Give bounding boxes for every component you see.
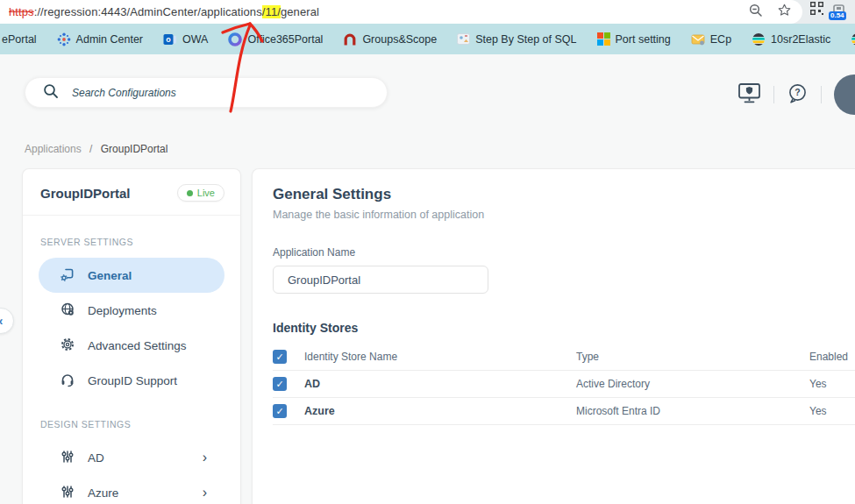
bookmark-label: ePortal — [2, 33, 37, 46]
bookmark-item[interactable]: Step By Step of SQL — [457, 32, 576, 46]
qr-code-icon[interactable] — [810, 2, 823, 18]
sidebar-item-advanced-settings[interactable]: Advanced Settings — [39, 328, 224, 363]
bookmark-item[interactable]: Port setting — [597, 32, 671, 46]
bookmark-item[interactable]: Elastic search — [851, 32, 855, 46]
bookmark-item[interactable]: Admin Center — [57, 32, 143, 46]
general-settings-icon — [60, 266, 75, 285]
search-input[interactable] — [70, 77, 387, 108]
identity-store-enabled: Yes — [809, 405, 855, 417]
sql-steps-icon — [457, 32, 470, 46]
sidebar-item-label: Deployments — [88, 304, 157, 317]
table-row: ✓ AD Active Directory Yes — [273, 371, 855, 398]
sliders-icon — [60, 449, 75, 467]
sidebar-item-label: GroupID Support — [88, 374, 177, 387]
status-badge: Live — [177, 184, 224, 202]
remote-desktop-icon[interactable] — [737, 82, 761, 108]
status-dot — [187, 190, 193, 196]
bookmark-item[interactable]: Office365Portal — [228, 32, 323, 46]
sidebar-header: GroupIDPortal Live — [23, 169, 240, 216]
sidebar-item-deployments[interactable]: Deployments — [39, 293, 224, 328]
table-row: ✓ Azure Microsoft Entra ID Yes — [273, 398, 855, 425]
column-header-enabled: Enabled — [809, 351, 855, 363]
row-checkbox[interactable]: ✓ — [273, 404, 287, 418]
outlook-icon: o — [163, 32, 177, 46]
svg-text:?: ? — [794, 87, 800, 97]
page-title: General Settings — [273, 186, 855, 203]
extension-icon[interactable]: 0.54 — [832, 2, 848, 23]
address-bar[interactable]: https://regression:4443/AdminCenter/appl… — [0, 0, 802, 24]
bookmark-label: Step By Step of SQL — [475, 33, 576, 46]
bookmark-item[interactable]: o OWA — [163, 32, 208, 46]
sidebar-item-ad-design[interactable]: AD › — [39, 440, 224, 475]
search-bar[interactable] — [25, 77, 388, 108]
server-settings-section-label: SERVER SETTINGS — [40, 237, 240, 247]
sidebar-item-azure-design[interactable]: Azure › — [39, 475, 224, 504]
design-settings-section-label: DESIGN SETTINGS — [40, 419, 240, 429]
help-icon[interactable]: ? — [787, 82, 809, 108]
identity-stores-table: ✓ Identity Store Name Type Enabled ✓ AD … — [273, 344, 855, 425]
url-highlighted-segment: /11/ — [262, 5, 281, 18]
sidebar-item-label: Azure — [88, 486, 118, 500]
bookmarks-bar: ePortal Admin Center o OWA Office365Port… — [0, 24, 855, 54]
sidebar-item-general[interactable]: General — [39, 258, 224, 293]
header-actions: ? — [737, 77, 855, 112]
admin-center-icon — [57, 32, 71, 46]
user-avatar[interactable] — [834, 75, 855, 115]
bookmark-label: OWA — [182, 33, 208, 46]
elastic-icon — [752, 32, 766, 46]
url-main: ://regression:4443/AdminCenter/applicati… — [34, 5, 262, 18]
application-name: GroupIDPortal — [40, 186, 131, 201]
bookmark-star-icon[interactable] — [777, 3, 792, 21]
bookmark-item[interactable]: ECp — [691, 32, 731, 46]
bookmark-label: Admin Center — [76, 33, 143, 46]
groups-scope-icon — [343, 32, 357, 46]
bookmark-label: Port setting — [616, 33, 671, 46]
identity-store-enabled: Yes — [809, 378, 855, 390]
bookmark-item[interactable]: 10sr2Elastic — [752, 32, 830, 46]
divider — [773, 86, 774, 103]
status-label: Live — [197, 188, 215, 198]
sliders-icon — [60, 484, 75, 502]
bookmark-label: Office365Portal — [247, 33, 323, 46]
url-scheme: https — [9, 5, 34, 18]
chevron-right-icon[interactable]: › — [203, 485, 207, 500]
identity-store-type: Microsoft Entra ID — [576, 405, 809, 417]
url-text: https://regression:4443/AdminCenter/appl… — [9, 5, 319, 18]
breadcrumb: Applications / GroupIDPortal — [25, 143, 167, 155]
identity-store-name: AD — [304, 378, 576, 390]
mail-icon — [691, 32, 705, 46]
sidebar-item-label: AD — [88, 451, 104, 465]
divider — [821, 86, 822, 103]
zoom-out-icon[interactable] — [749, 4, 763, 21]
select-all-checkbox[interactable]: ✓ — [273, 350, 287, 364]
application-sidebar: GroupIDPortal Live SERVER SETTINGS Gener… — [22, 168, 241, 504]
browser-toolbar: https://regression:4443/AdminCenter/appl… — [0, 0, 855, 24]
breadcrumb-applications[interactable]: Applications — [25, 143, 82, 155]
headset-icon — [60, 372, 75, 390]
bookmark-label: 10sr2Elastic — [771, 33, 830, 46]
bookmark-label: Groups&Scope — [362, 33, 437, 46]
column-header-type: Type — [576, 351, 809, 363]
bookmark-item[interactable]: ePortal — [2, 33, 37, 46]
row-checkbox[interactable]: ✓ — [273, 377, 287, 391]
browser-window: https://regression:4443/AdminCenter/appl… — [0, 0, 855, 504]
breadcrumb-separator: / — [89, 143, 92, 155]
application-name-input[interactable] — [273, 266, 488, 294]
bookmark-item[interactable]: Groups&Scope — [343, 32, 437, 46]
sidebar-item-label: General — [88, 269, 132, 282]
general-settings-panel: General Settings Manage the basic inform… — [252, 168, 855, 504]
breadcrumb-current: GroupIDPortal — [101, 143, 168, 155]
page-subtitle: Manage the basic information of applicat… — [273, 209, 855, 221]
search-icon — [43, 83, 59, 103]
chevron-right-icon[interactable]: › — [203, 450, 207, 465]
office365-icon — [228, 32, 242, 46]
sidebar-item-groupid-support[interactable]: GroupID Support — [39, 363, 224, 398]
identity-stores-title: Identity Stores — [273, 321, 855, 335]
table-header-row: ✓ Identity Store Name Type Enabled — [273, 344, 855, 371]
column-header-name: Identity Store Name — [304, 351, 576, 363]
bookmark-label: ECp — [710, 33, 731, 46]
identity-store-name: Azure — [304, 405, 576, 417]
gear-icon — [60, 337, 75, 355]
elastic-icon — [851, 32, 855, 46]
extension-badge: 0.54 — [829, 11, 846, 20]
